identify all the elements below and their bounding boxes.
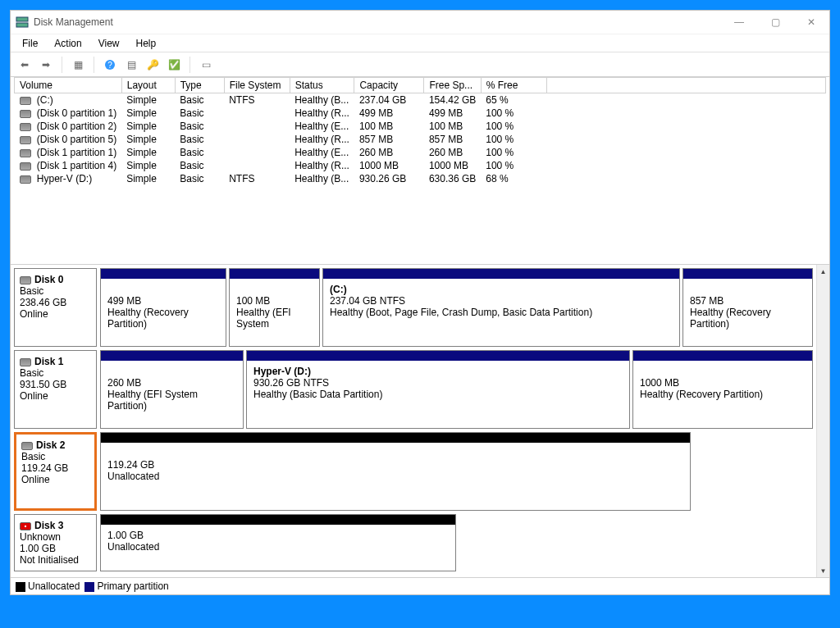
disk-info-3[interactable]: Disk 3 Unknown 1.00 GB Not Initialised [14,514,97,571]
table-row[interactable]: Hyper-V (D:)SimpleBasicNTFSHealthy (B...… [15,172,826,185]
part-size: 237.04 GB NTFS [330,295,673,307]
disk-row-0[interactable]: Disk 0 Basic 238.46 GB Online 499 MBHeal… [14,268,813,347]
disk-info-1[interactable]: Disk 1 Basic 931.50 GB Online [14,350,97,429]
part-size: 260 MB [107,377,236,389]
close-button[interactable]: ✕ [793,11,829,34]
disk-error-icon [20,522,31,530]
menu-help[interactable]: Help [128,36,165,51]
tool-icon-1[interactable]: ▤ [122,56,140,74]
table-row[interactable]: (Disk 1 partition 4)SimpleBasicHealthy (… [15,159,826,172]
partition-unallocated[interactable]: 1.00 GBUnallocated [100,514,456,571]
disk-size: 119.24 GB [21,462,89,474]
table-row[interactable]: (Disk 0 partition 2)SimpleBasicHealthy (… [15,120,826,133]
part-title: Hyper-V (D:) [253,366,623,377]
scroll-up-icon[interactable]: ▲ [817,265,829,278]
disk-management-window: Disk Management — ▢ ✕ File Action View H… [10,10,830,595]
col-spacer[interactable] [546,78,825,93]
disk-info-2[interactable]: Disk 2 Basic 119.24 GB Online [14,432,97,511]
minimize-button[interactable]: — [721,11,757,34]
volume-icon [20,110,31,118]
part-status: Healthy (Basic Data Partition) [253,389,623,400]
disk-size: 931.50 GB [20,379,91,390]
volume-table: Volume Layout Type File System Status Ca… [14,77,826,185]
show-hide-icon[interactable]: ▦ [69,56,87,74]
scroll-track[interactable] [817,278,829,564]
tool-icon-2[interactable]: 🔑 [144,56,162,74]
disk-row-2[interactable]: Disk 2 Basic 119.24 GB Online 119.24 GBU… [14,432,813,511]
title-bar[interactable]: Disk Management — ▢ ✕ [11,11,829,34]
disk-name: Disk 0 [34,274,63,285]
tool-icon-4[interactable]: ▭ [197,56,215,74]
disk-name: Disk 3 [34,520,63,531]
volume-icon [20,175,31,184]
maximize-button[interactable]: ▢ [757,11,793,34]
disk-name: Disk 2 [36,439,65,451]
part-size: 1.00 GB [107,530,449,541]
part-size: 119.24 GB [107,459,683,471]
scroll-down-icon[interactable]: ▼ [817,564,829,577]
legend-unallocated-swatch [16,582,25,592]
disk-icon [20,276,31,284]
col-type[interactable]: Type [175,78,224,93]
menu-bar: File Action View Help [11,34,829,52]
disk-row-3[interactable]: Disk 3 Unknown 1.00 GB Not Initialised 1… [14,514,813,571]
window-title: Disk Management [34,16,113,28]
part-status: Healthy (Recovery Partition) [107,307,219,330]
svg-rect-0 [16,17,28,21]
disk-type: Unknown [20,531,91,543]
help-icon[interactable]: ? [101,56,119,74]
disk-type: Basic [21,451,89,462]
partition[interactable]: 499 MBHealthy (Recovery Partition) [100,268,226,347]
disk-state: Online [20,308,91,320]
legend-bar: Unallocated Primary partition [11,578,829,594]
volume-icon [20,136,31,144]
col-volume[interactable]: Volume [15,78,122,93]
partition[interactable]: 857 MBHealthy (Recovery Partition) [682,268,813,347]
menu-file[interactable]: File [14,36,46,51]
toolbar: ⬅ ➡ ▦ ? ▤ 🔑 ✅ ▭ [11,52,829,76]
menu-view[interactable]: View [90,36,128,51]
disk-type: Basic [20,285,91,297]
forward-icon[interactable]: ➡ [37,56,55,74]
part-size: 1000 MB [640,377,806,389]
disk-icon [20,358,31,366]
disk-type: Basic [20,367,91,379]
part-size: 100 MB [236,295,313,307]
col-filesystem[interactable]: File System [224,78,290,93]
vertical-scrollbar[interactable]: ▲ ▼ [816,265,829,577]
volume-list-pane[interactable]: Volume Layout Type File System Status Ca… [11,76,829,265]
col-freespace[interactable]: Free Sp... [424,78,481,93]
part-status: Unallocated [107,541,449,553]
col-layout[interactable]: Layout [121,78,175,93]
partition[interactable]: (C:)237.04 GB NTFSHealthy (Boot, Page Fi… [322,268,680,347]
volume-icon [20,149,31,157]
partition[interactable]: 260 MBHealthy (EFI System Partition) [100,350,244,429]
menu-action[interactable]: Action [46,36,89,51]
table-row[interactable]: (Disk 0 partition 1)SimpleBasicHealthy (… [15,107,826,120]
part-status: Healthy (Recovery Partition) [690,307,806,330]
partition[interactable]: 1000 MBHealthy (Recovery Partition) [632,350,813,429]
part-size: 857 MB [690,295,806,307]
col-pctfree[interactable]: % Free [481,78,546,93]
part-status: Healthy (EFI System [236,307,313,330]
disk-size: 238.46 GB [20,297,91,308]
disk-row-1[interactable]: Disk 1 Basic 931.50 GB Online 260 MBHeal… [14,350,813,429]
col-capacity[interactable]: Capacity [354,78,424,93]
disk-graphical-pane[interactable]: Disk 0 Basic 238.46 GB Online 499 MBHeal… [11,265,816,577]
partition[interactable]: 100 MBHealthy (EFI System [229,268,320,347]
partition-unallocated[interactable]: 119.24 GBUnallocated [100,432,691,511]
tool-icon-3[interactable]: ✅ [165,56,183,74]
disk-info-0[interactable]: Disk 0 Basic 238.46 GB Online [14,268,97,347]
disk-icon [21,442,33,450]
table-row[interactable]: (Disk 0 partition 5)SimpleBasicHealthy (… [15,133,826,146]
part-status: Healthy (Recovery Partition) [640,389,806,400]
back-icon[interactable]: ⬅ [16,56,34,74]
table-row[interactable]: (Disk 1 partition 1)SimpleBasicHealthy (… [15,146,826,159]
part-title: (C:) [330,284,673,295]
volume-icon [20,97,31,105]
partition[interactable]: Hyper-V (D:)930.26 GB NTFSHealthy (Basic… [246,350,630,429]
part-size: 499 MB [107,295,219,307]
table-row[interactable]: (C:)SimpleBasicNTFSHealthy (B...237.04 G… [15,93,826,107]
col-status[interactable]: Status [290,78,354,93]
disk-size: 1.00 GB [20,543,91,554]
